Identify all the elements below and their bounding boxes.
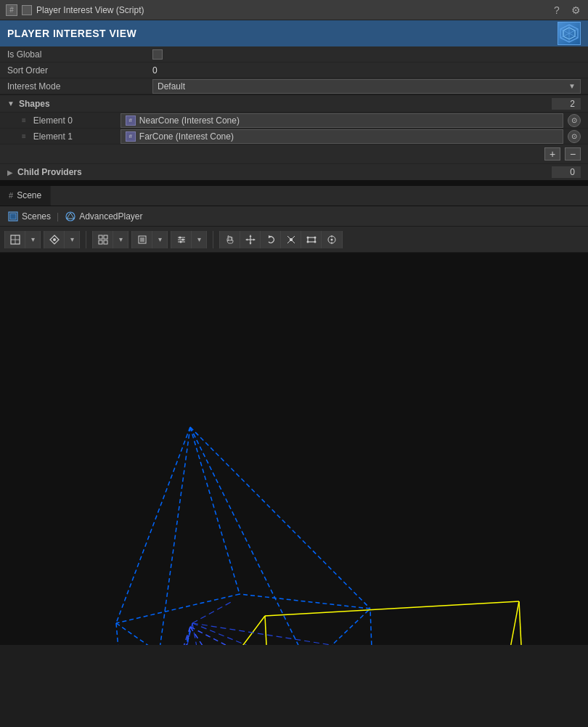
svg-rect-17 bbox=[104, 240, 107, 244]
transform-tool-btn[interactable] bbox=[322, 231, 342, 248]
child-providers-section[interactable]: ▶ Child Providers 0 bbox=[0, 164, 588, 182]
hand-tool-btn[interactable] bbox=[220, 231, 240, 248]
interest-mode-label: Interest Mode bbox=[7, 81, 152, 92]
toolbar-grid-btn[interactable] bbox=[93, 231, 113, 248]
svg-point-41 bbox=[306, 240, 309, 243]
svg-point-23 bbox=[179, 236, 181, 238]
tab-hash-icon: # bbox=[9, 191, 13, 200]
toolbar-snap-btn[interactable] bbox=[132, 231, 152, 248]
svg-marker-29 bbox=[249, 243, 251, 245]
svg-point-42 bbox=[314, 240, 316, 243]
svg-marker-8 bbox=[67, 213, 74, 219]
svg-point-44 bbox=[331, 238, 333, 240]
svg-marker-28 bbox=[249, 235, 251, 237]
toolbar-group-5: ▾ bbox=[171, 231, 207, 248]
is-global-checkbox[interactable] bbox=[152, 49, 163, 60]
svg-rect-14 bbox=[99, 235, 102, 239]
toolbar-anim-dropdown[interactable]: ▾ bbox=[192, 231, 206, 248]
toolbar-sep-1 bbox=[86, 231, 86, 248]
toolbar-view-btn[interactable] bbox=[44, 231, 65, 248]
sort-order-row: Sort Order 0 bbox=[0, 62, 588, 78]
svg-point-39 bbox=[306, 236, 309, 238]
svg-rect-16 bbox=[99, 240, 102, 244]
toolbar-anim-btn[interactable] bbox=[171, 231, 192, 248]
child-providers-title: Child Providers bbox=[17, 167, 82, 177]
transform-tools bbox=[219, 231, 343, 248]
svg-rect-47 bbox=[0, 253, 588, 645]
element-1-handle: ≡ bbox=[22, 132, 26, 140]
interest-mode-dropdown[interactable]: Default ▼ bbox=[152, 79, 581, 94]
scenes-icon bbox=[7, 211, 19, 222]
interest-mode-row: Interest Mode Default ▼ bbox=[0, 78, 588, 94]
svg-rect-38 bbox=[308, 237, 315, 242]
shapes-count: 2 bbox=[552, 98, 581, 110]
svg-line-34 bbox=[287, 236, 290, 238]
shapes-arrow-icon: ▼ bbox=[7, 99, 15, 107]
toolbar-group-4: ▾ bbox=[131, 231, 168, 248]
advanced-player-icon bbox=[65, 211, 76, 222]
title-bar-checkbox[interactable] bbox=[22, 5, 32, 15]
shapes-section-header[interactable]: ▼ Shapes 2 bbox=[0, 95, 588, 113]
svg-rect-6 bbox=[10, 214, 16, 219]
move-tool-btn[interactable] bbox=[240, 231, 261, 248]
scale-tool-btn[interactable] bbox=[281, 231, 301, 248]
scene-viewport[interactable] bbox=[0, 253, 588, 645]
component-title: PLAYER INTEREST VIEW bbox=[7, 28, 136, 39]
add-element-button[interactable]: + bbox=[544, 147, 560, 161]
rotate-tool-btn[interactable] bbox=[261, 231, 281, 248]
toolbar-sep-2 bbox=[213, 231, 213, 248]
toolbar-group-2: ▾ bbox=[44, 231, 80, 248]
svg-point-25 bbox=[179, 240, 181, 243]
scene-tab[interactable]: # Scene bbox=[0, 186, 51, 206]
toolbar-group-1: ▾ bbox=[4, 231, 41, 248]
toolbar-view-dropdown[interactable]: ▾ bbox=[65, 231, 79, 248]
svg-rect-19 bbox=[140, 237, 144, 242]
element-1-object-name: FarCone (Interest Cone) bbox=[139, 131, 234, 142]
svg-line-35 bbox=[293, 236, 295, 238]
element-0-handle: ≡ bbox=[22, 116, 26, 124]
element-1-object-field[interactable]: # FarCone (Interest Cone) bbox=[121, 129, 563, 144]
breadcrumb-object[interactable]: AdvancedPlayer bbox=[65, 211, 142, 222]
title-bar-icon: # bbox=[6, 4, 17, 16]
element-1-script-icon: # bbox=[126, 131, 136, 142]
child-providers-count: 0 bbox=[552, 166, 581, 178]
toolbar-grid-dropdown[interactable]: ▾ bbox=[113, 231, 128, 248]
svg-marker-32 bbox=[269, 235, 271, 238]
element-0-value: # NearCone (Interest Cone) ⊙ bbox=[121, 113, 581, 128]
scene-breadcrumb: Scenes | AdvancedPlayer bbox=[0, 206, 588, 227]
toolbar-snap-dropdown[interactable]: ▾ bbox=[152, 231, 167, 248]
sort-order-label: Sort Order bbox=[7, 65, 152, 76]
element-1-select-btn[interactable]: ⊙ bbox=[568, 130, 581, 143]
scene-tabs: # Scene bbox=[0, 186, 588, 206]
element-0-select-btn[interactable]: ⊙ bbox=[568, 114, 581, 127]
help-button[interactable]: ? bbox=[550, 4, 563, 17]
element-0-script-icon: # bbox=[126, 115, 136, 126]
toolbar-mode-dropdown[interactable]: ▾ bbox=[25, 231, 40, 248]
remove-element-button[interactable]: − bbox=[565, 147, 581, 161]
title-bar: # Player Interest View (Script) ? ⚙ bbox=[0, 0, 588, 20]
dropdown-arrow-icon: ▼ bbox=[568, 82, 576, 90]
shapes-element-0: ≡ Element 0 # NearCone (Interest Cone) ⊙ bbox=[0, 113, 588, 129]
svg-point-40 bbox=[314, 236, 316, 238]
array-controls: + − bbox=[0, 145, 588, 164]
element-1-value: # FarCone (Interest Cone) ⊙ bbox=[121, 129, 581, 144]
shapes-element-1: ≡ Element 1 # FarCone (Interest Cone) ⊙ bbox=[0, 129, 588, 145]
child-providers-arrow-icon: ▶ bbox=[7, 168, 13, 176]
breadcrumb-scenes[interactable]: Scenes bbox=[7, 211, 51, 222]
toolbar-group-3: ▾ bbox=[92, 231, 128, 248]
svg-line-37 bbox=[293, 241, 295, 243]
svg-point-7 bbox=[66, 212, 75, 221]
breadcrumb-separator: | bbox=[57, 211, 59, 222]
is-global-value bbox=[152, 49, 581, 60]
svg-point-24 bbox=[181, 238, 184, 240]
scene-panel: # Scene Scenes | AdvancedPlayer bbox=[0, 186, 588, 253]
element-0-object-field[interactable]: # NearCone (Interest Cone) bbox=[121, 113, 563, 128]
svg-point-13 bbox=[53, 238, 56, 241]
svg-rect-33 bbox=[290, 238, 293, 241]
title-bar-text: Player Interest View (Script) bbox=[36, 5, 546, 15]
interest-mode-value: Default ▼ bbox=[152, 79, 581, 94]
settings-button[interactable]: ⚙ bbox=[569, 4, 582, 17]
toolbar-mode-btn[interactable] bbox=[5, 231, 25, 248]
rect-tool-btn[interactable] bbox=[301, 231, 322, 248]
component-logo bbox=[558, 22, 581, 45]
